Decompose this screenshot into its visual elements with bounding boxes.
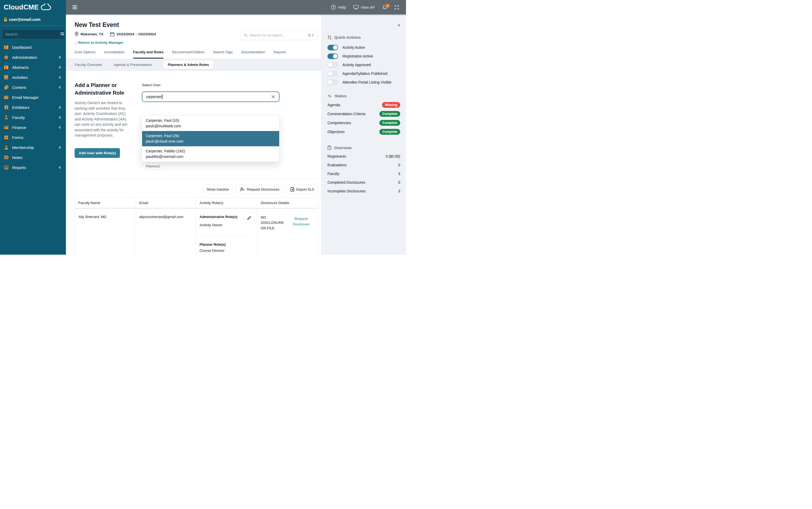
overview-value: 3 (398, 189, 400, 195)
event-location: Wakeman, TX (75, 32, 103, 36)
columns-icon (4, 45, 9, 49)
sidebar-item-reports[interactable]: Reports (0, 162, 66, 172)
tab-accreditation[interactable]: Accreditation (104, 50, 125, 59)
cloudcme-app: CloudCME user@email.com (0, 0, 406, 254)
calendar-icon (110, 32, 114, 36)
user-doctor-icon (4, 115, 9, 120)
return-to-activity-manager-link[interactable]: ←Return to Activity Manager (75, 41, 123, 44)
view-ap-button[interactable]: View AP (353, 5, 375, 9)
chevron-left-icon (59, 76, 62, 78)
disclosure-status: NO DISCLOSURE ON FILE (261, 215, 286, 231)
add-user-with-roles-button[interactable]: Add User with Role(s) (75, 148, 120, 158)
overview-value: 0 (398, 180, 400, 186)
sidebar-item-abstracts[interactable]: Abstracts (0, 62, 66, 72)
cloud-logo-icon (40, 4, 52, 11)
toggle-row-attendee-portal-listing: Attendee Portal Listing Visible (328, 79, 400, 85)
tab-faculty-and-roles[interactable]: Faculty and Roles (133, 50, 164, 59)
cell-activity-roles: Administrative Role(s) Activity Owner (196, 208, 257, 255)
cell-faculty-name: Ally Sherrard, MD (75, 208, 136, 255)
activity-pulse-icon (328, 94, 332, 98)
option-search[interactable]: Search for an option... ⌘ K (240, 30, 318, 40)
select-user-section: Select User: carpenter Course Director (142, 83, 279, 170)
tab-recurrence-children[interactable]: Recurrence/Children (172, 50, 205, 59)
add-planner-heading: Add a Planner or Administrative Role (75, 81, 132, 97)
user-check-icon (240, 188, 245, 191)
clear-input-icon[interactable] (271, 95, 275, 99)
table-row: Ally Sherrard, MD allysonsherrard@gmail.… (75, 208, 318, 255)
sidebar-item-forms[interactable]: Forms (0, 132, 66, 142)
overview-row-registrants: Registrants 3 ($0.00) (328, 154, 400, 160)
subtab-agenda-presentations[interactable]: Agenda & Presentations (114, 63, 152, 67)
request-disclosures-button[interactable]: Request Disclosures (236, 185, 283, 194)
chevron-left-icon (59, 166, 62, 169)
sidebar-search-button[interactable] (60, 30, 64, 39)
user-search-input[interactable]: carpenter (142, 92, 279, 102)
keyboard-shortcut-hint: ⌘ K (308, 33, 314, 37)
sidebar-item-membership[interactable]: Membership (0, 142, 66, 152)
user-icon (4, 145, 9, 149)
sidebar-item-administration[interactable]: Administration (0, 52, 66, 62)
overview-row-incomplete-disclosures: Incomplete Disclosures 3 (328, 189, 400, 195)
export-xls-button[interactable]: Export XLS (286, 185, 318, 194)
collapse-panel-icon[interactable]: » (398, 23, 400, 28)
toggle-activity-active[interactable] (328, 45, 338, 50)
sidebar-item-email-manager[interactable]: Email Manager (0, 92, 66, 102)
status-badge-complete: Complete (379, 120, 400, 126)
chevron-left-icon (59, 116, 62, 118)
request-disclosure-link[interactable]: Request Disclosure (290, 216, 312, 231)
unlock-icon (4, 18, 8, 22)
toggle-activity-approved[interactable] (328, 62, 338, 68)
main-region: ? Help View AP 1 (66, 0, 406, 254)
sidebar-item-notes[interactable]: Notes (0, 152, 66, 162)
cloudcme-logo[interactable]: CloudCME (0, 0, 66, 11)
hamburger-menu-icon[interactable] (72, 4, 77, 10)
pen-square-icon (4, 135, 9, 139)
fullscreen-button[interactable] (395, 5, 399, 10)
sidebar-item-finance[interactable]: Finance (0, 122, 66, 132)
address-book-icon (4, 105, 9, 109)
cell-email: allysonsherrard@gmail.com (136, 208, 196, 255)
tab-core-options[interactable]: Core Options (75, 50, 96, 59)
main-content: New Test Event Wakeman, TX 1 (66, 14, 321, 254)
book-icon (4, 75, 9, 79)
gear-icon (4, 55, 9, 60)
pencil-icon (247, 216, 251, 220)
dropdown-option[interactable]: Carpenter, Pablito (182) paublito@noemai… (142, 146, 279, 162)
overview-row-completed-disclosures: Completed Disclosures 0 (328, 180, 400, 186)
sidebar-search-input[interactable] (2, 30, 60, 39)
status-row-objectives: Objectives Complete (328, 129, 400, 135)
tab-search-tags[interactable]: Search Tags (213, 50, 233, 59)
search-icon (60, 32, 64, 36)
overview-header: Overview (328, 145, 400, 150)
toggle-registration-active[interactable] (328, 54, 338, 59)
notifications-button[interactable]: 1 (382, 5, 387, 10)
sidebar-item-content[interactable]: Content (0, 82, 66, 92)
copy-icon (4, 85, 9, 90)
faculty-table: Faculty Name Email Activity Role(s) Disc… (75, 197, 318, 254)
role-chip[interactable]: Planner2 (142, 163, 164, 170)
sidebar-item-faculty[interactable]: Faculty (0, 112, 66, 122)
status-header: Status (328, 94, 400, 98)
sidebar-search (2, 29, 64, 39)
sub-tabs: Faculty Overview Agenda & Presentations … (66, 59, 321, 71)
sidebar-item-activities[interactable]: Activities (0, 72, 66, 82)
toggle-agenda-syllabus-published[interactable] (328, 71, 338, 76)
subtab-faculty-overview[interactable]: Faculty Overview (75, 63, 102, 67)
sidebar-divider (0, 25, 66, 26)
tab-documentation[interactable]: Documentation (241, 50, 265, 59)
expand-arrows-icon (395, 5, 399, 10)
dropdown-option-selected[interactable]: Carpenter, Paul (26) paulc@cloud-cme.com (142, 131, 279, 146)
tab-reports[interactable]: Reports (274, 50, 286, 59)
status-badge-complete: Complete (379, 129, 400, 135)
edit-roles-button[interactable] (244, 213, 255, 223)
add-planner-description: Activity Owners are limited to working w… (75, 100, 132, 138)
list-icon (4, 156, 9, 159)
help-button[interactable]: ? Help (331, 5, 346, 10)
show-inactive-button[interactable]: Show Inactive (203, 185, 233, 194)
status-row-competencies: Competencies Complete (328, 120, 400, 126)
toggle-attendee-portal-listing[interactable] (328, 79, 338, 85)
sidebar-item-dashboard[interactable]: Dashboard (0, 42, 66, 52)
sidebar-item-exhibitors[interactable]: Exhibitors (0, 102, 66, 112)
subtab-planners-admin-roles[interactable]: Planners & Admin Roles (164, 60, 213, 69)
dropdown-option[interactable]: Carpenter, Paul (10) paulc@multiweb.com (142, 116, 279, 131)
